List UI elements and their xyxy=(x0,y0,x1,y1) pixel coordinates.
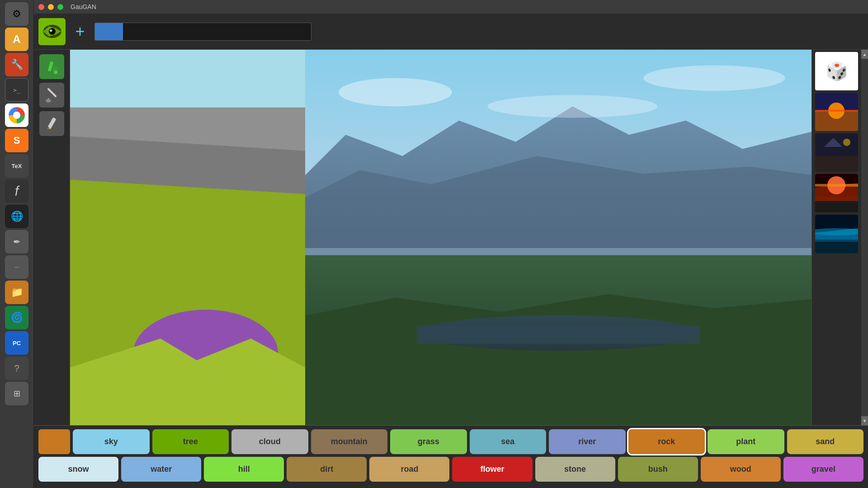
label-row-2: snow water hill dirt road flower stone b… xyxy=(36,457,866,482)
river-label-button[interactable]: river xyxy=(549,429,626,454)
svg-point-7 xyxy=(54,70,57,74)
folder-icon[interactable]: 📁 xyxy=(5,281,28,304)
pen-icon[interactable]: ✒ xyxy=(5,230,28,253)
svg-rect-42 xyxy=(815,184,858,187)
tools-panel xyxy=(34,50,70,425)
toolbar: + xyxy=(34,14,868,50)
cloud-label-button[interactable]: cloud xyxy=(231,429,308,454)
maximize-dot[interactable] xyxy=(57,4,63,10)
svg-marker-5 xyxy=(47,61,54,71)
bottom-section: sky tree cloud mountain grass sea river … xyxy=(34,425,868,488)
right-panel: 🎲 xyxy=(811,50,868,425)
hill-label-button[interactable]: hill xyxy=(204,457,284,482)
gear-icon[interactable]: ⚙ xyxy=(5,2,28,26)
svg-point-27 xyxy=(339,78,452,107)
fill-tool-button[interactable] xyxy=(39,54,64,79)
os-sidebar: ⚙ A 🔧 >_ S TeX f 🌐 ✒ ··· 📁 🌀 PC ? ⊞ xyxy=(0,0,34,488)
chrome-icon[interactable] xyxy=(5,103,28,127)
dark-thumb[interactable] xyxy=(815,133,858,172)
sublime-icon[interactable]: S xyxy=(5,129,28,152)
svg-marker-35 xyxy=(815,156,858,172)
close-dot[interactable] xyxy=(38,4,44,10)
svg-rect-11 xyxy=(47,117,56,128)
svg-point-9 xyxy=(46,99,51,103)
thumbnails-panel: 🎲 xyxy=(811,50,861,425)
plant-label-button[interactable]: plant xyxy=(708,429,784,454)
brush-tool-button[interactable] xyxy=(39,83,64,108)
svg-rect-33 xyxy=(815,110,858,112)
scrollbar: ▲ ▼ xyxy=(861,50,868,425)
road-label-button[interactable]: road xyxy=(369,457,449,482)
svg-point-37 xyxy=(843,139,850,146)
rock-label-button[interactable]: rock xyxy=(628,429,705,454)
snow-label-button[interactable]: snow xyxy=(38,457,118,482)
sand-label-button[interactable]: sand xyxy=(787,429,864,454)
label-row-1: sky tree cloud mountain grass sea river … xyxy=(36,429,866,454)
minimize-dot[interactable] xyxy=(48,4,54,10)
new-button[interactable]: + xyxy=(71,23,89,41)
grass-label-button[interactable]: grass xyxy=(390,429,467,454)
ocean-thumb[interactable] xyxy=(815,215,858,253)
progress-fill xyxy=(95,23,123,40)
content-row: 🎲 xyxy=(34,50,868,425)
pencil-tool-button[interactable] xyxy=(39,111,64,136)
sky-label-button[interactable]: sky xyxy=(73,429,150,454)
titlebar: GauGAN xyxy=(34,0,868,14)
svg-point-46 xyxy=(815,228,858,235)
svg-rect-47 xyxy=(815,242,858,253)
scroll-up-arrow[interactable]: ▲ xyxy=(861,50,868,59)
grid-icon[interactable]: ⊞ xyxy=(5,382,28,405)
sea-label-button[interactable]: sea xyxy=(470,429,547,454)
stone-label-button[interactable]: stone xyxy=(535,457,615,482)
pc-icon[interactable]: PC xyxy=(5,331,28,355)
svg-point-3 xyxy=(49,28,56,35)
tex-icon[interactable]: TeX xyxy=(5,154,28,178)
water-label-button[interactable]: water xyxy=(121,457,201,482)
svg-point-28 xyxy=(643,65,785,90)
svg-point-29 xyxy=(487,95,657,117)
segmentation-canvas[interactable] xyxy=(70,50,305,425)
pencil2-icon[interactable]: ··· xyxy=(5,255,28,279)
main-container: GauGAN + xyxy=(34,0,868,488)
dirt-label-button[interactable]: dirt xyxy=(287,457,367,482)
random-thumb[interactable]: 🎲 xyxy=(815,52,858,90)
font-icon[interactable]: A xyxy=(5,28,28,51)
scroll-down-arrow[interactable]: ▼ xyxy=(861,416,868,425)
scroll-track[interactable] xyxy=(861,59,868,416)
svg-line-8 xyxy=(48,89,56,96)
bush-label-button[interactable]: bush xyxy=(618,457,698,482)
sunset-thumb[interactable] xyxy=(815,93,858,131)
warm-thumb[interactable] xyxy=(815,174,858,212)
settings-icon[interactable]: 🔧 xyxy=(5,53,28,76)
swirl-icon[interactable]: 🌀 xyxy=(5,306,28,329)
tree-label-button[interactable]: tree xyxy=(152,429,229,454)
generated-image-background xyxy=(305,50,811,425)
selected-color-swatch[interactable] xyxy=(38,429,70,454)
terminal-icon[interactable]: >_ xyxy=(5,78,28,102)
generated-image xyxy=(305,50,811,425)
flower-label-button[interactable]: flower xyxy=(452,457,532,482)
svg-marker-24 xyxy=(305,294,811,425)
globe-icon[interactable]: 🌐 xyxy=(5,205,28,228)
nvidia-logo xyxy=(38,18,66,45)
question-icon[interactable]: ? xyxy=(5,357,28,380)
progress-bar xyxy=(94,23,311,41)
gravel-label-button[interactable]: gravel xyxy=(783,457,863,482)
svg-point-4 xyxy=(50,29,52,32)
app-title: GauGAN xyxy=(71,3,96,10)
mountain-label-button[interactable]: mountain xyxy=(311,429,388,454)
font2-icon[interactable]: f xyxy=(5,179,28,203)
wood-label-button[interactable]: wood xyxy=(701,457,781,482)
svg-rect-26 xyxy=(416,326,700,343)
